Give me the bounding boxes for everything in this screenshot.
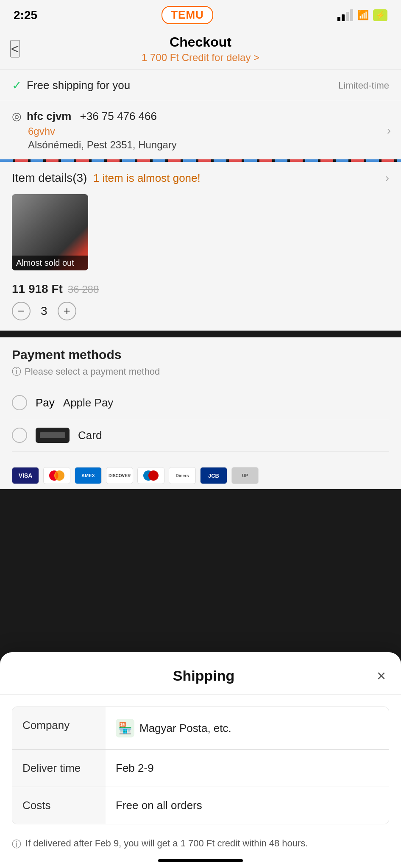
deliver-time-label: Deliver time (12, 750, 106, 787)
temu-logo: TEMU (162, 6, 213, 24)
sheet-header: Shipping × (0, 652, 401, 695)
item-details-title: Item details(3) (12, 171, 87, 184)
costs-label: Costs (12, 787, 106, 824)
item-details-title-row: Item details(3) 1 item is almost gone! (12, 171, 200, 185)
table-row-deliver-time: Deliver time Feb 2-9 (12, 750, 389, 787)
jcb-logo: JCB (200, 467, 227, 484)
product-image: Almost sold out (12, 194, 88, 270)
radio-applepay[interactable] (12, 395, 27, 410)
item-details-chevron-icon: › (385, 171, 389, 185)
deliver-time-text: Feb 2-9 (116, 762, 154, 775)
quantity-increase-button[interactable]: + (58, 302, 76, 320)
address-code: 6gvhv (28, 125, 389, 137)
signal-icon (337, 9, 353, 21)
credit-subtitle[interactable]: 1 700 Ft Credit for delay > (25, 52, 376, 64)
mastercard-logo (43, 467, 70, 484)
checkout-header: < Checkout 1 700 Ft Credit for delay > (0, 28, 401, 70)
page-title: Checkout (25, 34, 376, 50)
address-full: Alsónémedi, Pest 2351, Hungary (28, 139, 389, 151)
product-original-price: 36 288 (68, 284, 99, 295)
address-phone: +36 75 476 466 (80, 110, 157, 123)
address-chevron-icon: › (387, 124, 391, 137)
back-button[interactable]: < (10, 40, 20, 57)
card-label: Card (78, 429, 102, 442)
quantity-decrease-button[interactable]: − (12, 302, 31, 320)
diners-logo: Diners (169, 467, 196, 484)
card-logos-row: VISA AMEX DISCOVER Diners JCB UP (0, 462, 401, 489)
company-label: Company (12, 707, 106, 749)
address-name: hfc cjvm (27, 110, 72, 123)
check-icon: ✓ (12, 78, 22, 92)
sheet-title: Shipping (31, 668, 377, 684)
quantity-row: − 3 + (12, 302, 389, 320)
company-value: 🏪 Magyar Posta, etc. (106, 707, 389, 749)
status-icons: 📶 ⚡ (337, 9, 387, 21)
shipping-table: Company 🏪 Magyar Posta, etc. Deliver tim… (12, 707, 389, 824)
card-strip (40, 432, 65, 438)
quantity-value: 3 (41, 304, 47, 318)
product-price: 11 918 Ft (12, 282, 63, 296)
card-logo-bar (36, 428, 70, 443)
payment-title: Payment methods (12, 348, 389, 362)
item-almost-gone-label: 1 item is almost gone! (93, 172, 200, 184)
applepay-logo: Pay (36, 396, 55, 409)
payment-section: Payment methods ⓘ Please select a paymen… (0, 337, 401, 462)
table-row-costs: Costs Free on all orders (12, 787, 389, 824)
sheet-close-button[interactable]: × (377, 668, 386, 684)
payment-option-card[interactable]: Card (12, 419, 389, 452)
maestro-logo (137, 467, 164, 484)
svg-point-3 (148, 470, 159, 481)
company-icon: 🏪 (116, 719, 134, 737)
battery-icon: ⚡ (373, 9, 387, 21)
home-indicator (158, 859, 243, 862)
costs-value: Free on all orders (106, 787, 389, 824)
payment-subtitle: ⓘ Please select a payment method (12, 365, 389, 378)
applepay-label: Apple Pay (63, 396, 114, 409)
address-section[interactable]: ◎ hfc cjvm +36 75 476 466 6gvhv Alsónéme… (0, 101, 401, 159)
status-bar: 2:25 TEMU 📶 ⚡ (0, 0, 401, 28)
free-shipping-bar: ✓ Free shipping for you Limited-time (0, 70, 401, 101)
wifi-icon: 📶 (357, 10, 369, 21)
company-name: Magyar Posta, etc. (139, 722, 231, 735)
shipping-modal: Shipping × Company 🏪 Magyar Posta, etc. … (0, 652, 401, 868)
limited-time-badge: Limited-time (338, 80, 389, 91)
free-shipping-label: Free shipping for you (27, 79, 130, 92)
delay-note-text: If delivered after Feb 9, you will get a… (25, 836, 308, 851)
table-row-company: Company 🏪 Magyar Posta, etc. (12, 707, 389, 750)
status-time: 2:25 (14, 8, 37, 22)
delay-info-icon: ⓘ (12, 837, 21, 851)
visa-logo: VISA (12, 467, 39, 484)
item-details-header[interactable]: Item details(3) 1 item is almost gone! › (0, 162, 401, 194)
discover-logo: DISCOVER (106, 467, 133, 484)
product-section: Almost sold out 11 918 Ft 36 288 − 3 + (0, 194, 401, 331)
costs-text: Free on all orders (116, 799, 202, 812)
delay-note: ⓘ If delivered after Feb 9, you will get… (12, 836, 389, 851)
unionpay-logo: UP (231, 467, 259, 484)
deliver-time-value: Feb 2-9 (106, 750, 389, 787)
address-name-phone: ◎ hfc cjvm +36 75 476 466 (12, 110, 389, 123)
radio-card[interactable] (12, 428, 27, 443)
amex-logo: AMEX (75, 467, 102, 484)
payment-subtitle-text: Please select a payment method (25, 366, 160, 377)
free-shipping-text: ✓ Free shipping for you (12, 78, 130, 92)
payment-option-applepay[interactable]: Pay Apple Pay (12, 387, 389, 419)
almost-sold-out-badge: Almost sold out (12, 256, 88, 270)
location-icon: ◎ (12, 110, 22, 123)
info-circle-icon: ⓘ (12, 365, 21, 378)
apple-icon: Pay (36, 396, 55, 409)
